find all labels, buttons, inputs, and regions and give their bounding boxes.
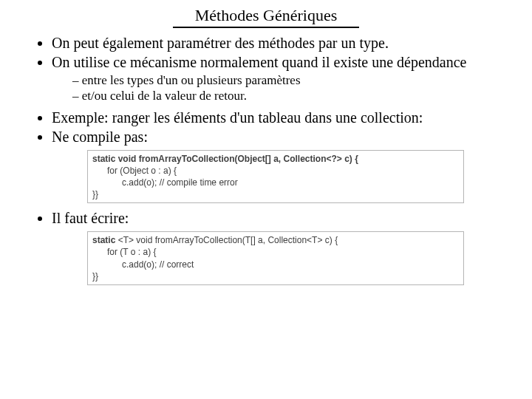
- bullet-list: On peut également paramétrer des méthode…: [22, 34, 510, 146]
- code2-rest: <T> void fromArrayToCollection(T[] a, Co…: [118, 235, 338, 245]
- code2-line2: for (T o : a) {: [92, 246, 459, 258]
- code-block-2: static <T> void fromArrayToCollection(T[…: [87, 231, 464, 285]
- code1-line4: }}: [92, 189, 98, 200]
- code1-line3: c.add(o); // compile time error: [92, 177, 459, 188]
- code2-line4: }}: [92, 271, 98, 282]
- bullet-2-text: On utilise ce mécanisme normalement quan…: [52, 54, 466, 70]
- code2-line3: c.add(o); // correct: [92, 259, 459, 270]
- bullet-5: Il faut écrire:: [52, 209, 510, 227]
- code2-line1: static <T> void fromArrayToCollection(T[…: [92, 235, 338, 245]
- bullet-4: Ne compile pas:: [52, 128, 510, 146]
- sub-list: entre les types d'un ou plusieurs paramè…: [52, 72, 510, 104]
- code1-line2: for (Object o : a) {: [92, 165, 459, 177]
- sub-2: et/ou celui de la valeur de retour.: [72, 88, 510, 103]
- bullet-3: Exemple: ranger les éléments d'un tablea…: [52, 109, 510, 126]
- bullet-2: On utilise ce mécanisme normalement quan…: [52, 53, 510, 104]
- bullet-1: On peut également paramétrer des méthode…: [52, 34, 510, 52]
- sub-1: entre les types d'un ou plusieurs paramè…: [72, 72, 510, 88]
- slide-title: Méthodes Génériques: [173, 6, 359, 28]
- code1-line1: static void fromArrayToCollection(Object…: [92, 154, 358, 164]
- code2-kw: static: [92, 235, 118, 245]
- slide: Méthodes Génériques On peut également pa…: [0, 0, 532, 399]
- code-block-1: static void fromArrayToCollection(Object…: [87, 150, 464, 204]
- bullet-list-2: Il faut écrire:: [22, 209, 510, 227]
- title-wrap: Méthodes Génériques: [22, 6, 510, 28]
